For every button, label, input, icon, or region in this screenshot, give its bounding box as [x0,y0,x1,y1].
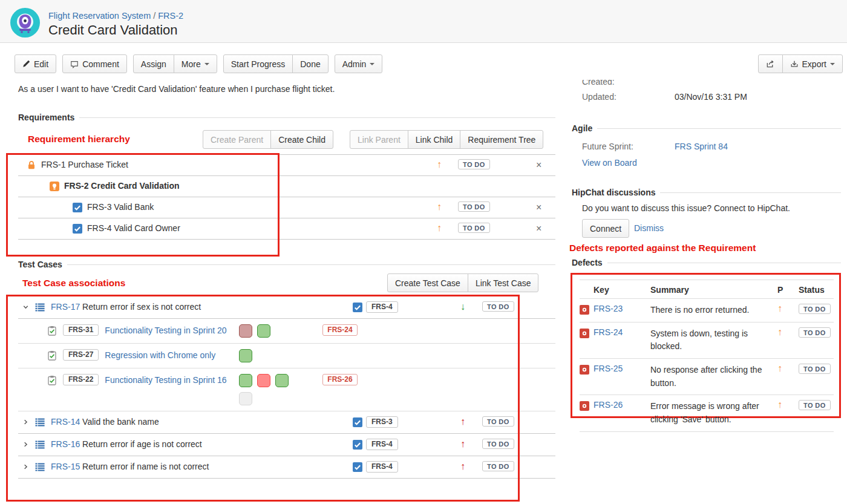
link-parent-button[interactable]: Link Parent [350,130,408,149]
test-case-row: FRS-15 Return error if name is not corre… [18,456,555,479]
page-title: Credit Card Validation [48,22,178,38]
test-case-key-link[interactable]: FRS-17 [51,302,80,312]
agile-section-title: Agile [572,123,841,133]
created-date-row: Created: 01/Jul/16 9:33 AM [582,77,615,87]
issue-toolbar: Edit Comment Assign More Start Progress … [15,54,382,73]
test-case-block: FRS-15 Return error if name is not corre… [18,456,555,479]
status-badge: TO DO [458,223,490,233]
chevron-right-icon[interactable] [22,441,29,448]
defect-key-link[interactable]: FRS-25 [594,364,623,373]
create-child-button[interactable]: Create Child [270,130,333,149]
test-case-title: FRS-16 Return error if age is not correc… [51,439,202,449]
execution-key-badge[interactable]: FRS-31 [63,324,99,336]
execution-pass-square[interactable] [239,349,252,362]
defects-col-status: Status [799,285,825,295]
execution-key-badge[interactable]: FRS-22 [63,374,99,385]
execution-key-badge[interactable]: FRS-27 [63,349,99,361]
clipboard-check-icon [47,350,57,361]
chevron-down-icon [830,63,835,65]
issue-header: Flight Reservation System/FRS-2 Credit C… [0,0,847,43]
priority-high-icon: ↑ [777,364,782,373]
requirement-link[interactable]: FRS-3 Valid Bank [87,202,154,212]
view-on-board-link[interactable]: View on Board [582,158,637,168]
chevron-right-icon[interactable] [22,419,29,425]
export-dropdown-button[interactable]: Export [782,54,843,73]
execution-not-run-square[interactable] [239,392,252,405]
execution-pass-square[interactable] [257,324,270,338]
defects-table-header: Key Summary P Status [580,280,834,299]
breadcrumb-issue-link[interactable]: FRS-2 [158,11,183,21]
defect-row: FRS-25No response after clicking the but… [580,359,834,395]
defect-row: FRS-23There is no error returned.↑TO DO [580,299,834,322]
defect-summary: System is down, testing is blocked. [650,322,770,358]
requirement-link[interactable]: FRS-4 Valid Card Owner [87,223,180,233]
execution-title-link[interactable]: Regression with Chrome only [105,349,233,361]
execution-pass-square[interactable] [275,374,289,387]
test-case-icon [35,303,45,312]
defect-key-link[interactable]: FRS-26 [594,400,623,410]
defects-table: Key Summary P Status FRS-23There is no e… [580,280,834,432]
remove-link-icon[interactable]: × [536,203,541,212]
priority-highest-icon: ↑ [460,417,465,427]
test-case-row: FRS-17 Return error if sex is not correc… [18,296,555,319]
requirement-tree-button[interactable]: Requirement Tree [460,130,543,149]
share-button[interactable] [758,54,783,73]
priority-high-icon: ↑ [777,327,782,337]
execution-title-link[interactable]: Functionality Testing in Sprint 20 [105,324,233,336]
clipboard-check-icon [47,326,57,336]
test-case-key-link[interactable]: FRS-15 [51,462,80,471]
execution-title-link[interactable]: Functionality Testing in Sprint 16 [105,374,233,386]
test-cases-section-title: Test Cases [18,260,555,269]
linked-requirement-badge[interactable]: FRS-4 [366,461,398,473]
defect-summary: Error message is wrong after clicking 'S… [650,395,770,431]
execution-pass-square[interactable] [239,374,252,387]
requirement-link[interactable]: FRS-2 Credit Card Validation [64,181,180,191]
breadcrumb-project-link[interactable]: Flight Reservation System [48,11,151,21]
linked-requirement-badge[interactable]: FRS-4 [366,301,398,313]
pencil-icon [22,60,30,68]
requirement-row: FRS-2 Credit Card Validation [18,176,555,197]
execution-fail-muted-square[interactable] [239,324,252,338]
execution-results [239,374,299,405]
defect-key-link[interactable]: FRS-23 [594,304,623,313]
remove-link-icon[interactable]: × [536,224,541,234]
status-badge: TO DO [799,364,831,374]
edit-button[interactable]: Edit [15,54,56,73]
test-case-key-link[interactable]: FRS-16 [51,439,80,449]
test-case-title: FRS-15 Return error if name is not corre… [51,462,209,471]
done-button[interactable]: Done [292,54,328,73]
create-parent-button[interactable]: Create Parent [203,130,271,149]
hipchat-connect-button[interactable]: Connect [582,219,629,238]
linked-requirement: FRS-4 [353,461,398,473]
create-test-case-button[interactable]: Create Test Case [387,273,468,292]
test-case-table: FRS-17 Return error if sex is not correc… [18,296,555,479]
start-progress-button[interactable]: Start Progress [223,54,293,73]
chevron-right-icon[interactable] [22,463,29,470]
defects-section-title: Defects [572,258,841,267]
execution-results [239,324,299,338]
chevron-down-icon[interactable] [22,304,29,310]
linked-requirement-badge[interactable]: FRS-4 [366,439,398,450]
link-test-case-button[interactable]: Link Test Case [468,273,539,292]
execution-fail-square[interactable] [257,374,270,387]
linked-requirement-badge[interactable]: FRS-3 [366,416,398,428]
status-badge: TO DO [799,304,831,314]
assign-button[interactable]: Assign [133,54,174,73]
defects-col-key: Key [594,285,609,295]
linked-defect-badge[interactable]: FRS-26 [322,374,357,385]
future-sprint-link[interactable]: FRS Sprint 84 [675,142,728,151]
admin-dropdown-button[interactable]: Admin [335,54,383,73]
requirement-link[interactable]: FRS-1 Purchase Ticket [41,160,128,169]
link-child-button[interactable]: Link Child [408,130,460,149]
test-case-key-link[interactable]: FRS-14 [51,417,80,427]
checkbox-task-icon [353,462,362,472]
linked-defect-badge[interactable]: FRS-24 [322,324,357,336]
defect-key-link[interactable]: FRS-24 [594,327,623,337]
breadcrumb: Flight Reservation System/FRS-2 [48,11,183,21]
comment-button[interactable]: Comment [62,54,127,73]
remove-link-icon[interactable]: × [536,160,541,170]
priority-high-icon: ↑ [777,304,782,313]
more-dropdown-button[interactable]: More [174,54,217,73]
hipchat-dismiss-link[interactable]: Dismiss [634,223,664,233]
priority-low-icon: ↓ [460,302,465,312]
